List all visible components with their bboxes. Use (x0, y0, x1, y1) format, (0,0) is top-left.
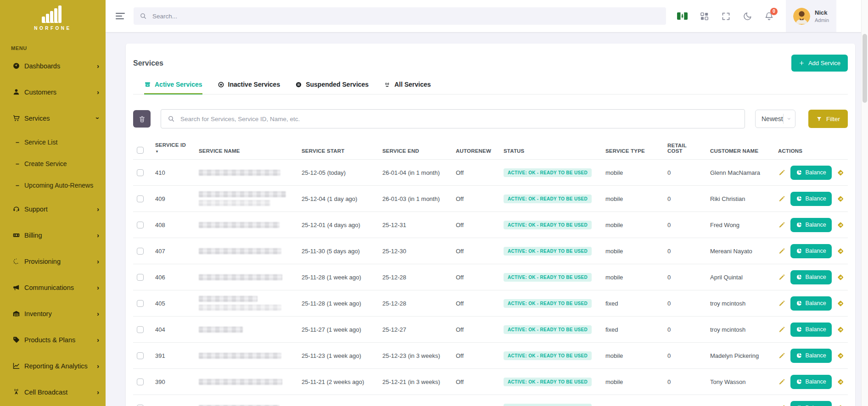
forward-service-button[interactable] (837, 168, 844, 177)
sidebar-item-services[interactable]: Services› (0, 105, 106, 131)
vertical-scrollbar[interactable] (861, 0, 868, 406)
column-header[interactable]: SERVICE START (298, 140, 379, 160)
forward-service-button[interactable] (837, 378, 844, 386)
sidebar-item-products-plans[interactable]: Products & Plans› (0, 327, 106, 353)
sidebar-item-dashboards[interactable]: Dashboards› (0, 53, 106, 79)
chevron-right-icon: › (97, 336, 99, 343)
row-checkbox[interactable] (137, 169, 144, 176)
balance-button[interactable]: Balance (790, 166, 831, 180)
global-search-input[interactable] (151, 12, 660, 20)
tab-inactive-services[interactable]: Inactive Services (218, 81, 280, 94)
global-search[interactable] (134, 7, 666, 25)
sidebar-item-support[interactable]: Support› (0, 196, 106, 222)
balance-button[interactable]: Balance (790, 401, 831, 406)
balance-button[interactable]: Balance (790, 323, 831, 337)
sidebar-item-inventory[interactable]: Inventory› (0, 300, 106, 327)
row-checkbox[interactable] (137, 195, 144, 202)
forward-service-button[interactable] (837, 247, 844, 256)
row-checkbox[interactable] (137, 378, 144, 385)
row-checkbox[interactable] (137, 274, 144, 281)
sidebar-item-customers[interactable]: Customers› (0, 79, 106, 105)
notifications-bell-icon[interactable]: 0 (764, 11, 774, 21)
services-search-input[interactable] (179, 115, 738, 123)
cell-status: ACTIVE: OK - READY TO BE USED (500, 212, 602, 238)
tab-suspended-services[interactable]: Suspended Services (295, 81, 369, 94)
forward-service-button[interactable] (837, 195, 844, 203)
balance-button[interactable]: Balance (790, 218, 831, 232)
forward-service-button[interactable] (837, 299, 844, 308)
edit-service-button[interactable] (778, 273, 785, 282)
cell-autorenew: Off (452, 395, 500, 406)
norfolk-flag-icon[interactable] (677, 12, 688, 20)
forward-service-button[interactable] (837, 273, 844, 282)
tab-active-services[interactable]: Active Services (144, 81, 202, 94)
row-checkbox[interactable] (137, 248, 144, 255)
sidebar: NORFONE MENU Dashboards›Customers›Servic… (0, 0, 106, 406)
sidebar-item-communications[interactable]: Communications› (0, 274, 106, 300)
balance-button[interactable]: Balance (790, 244, 831, 258)
sidebar-menu: Dashboards›Customers›Services›–Service L… (0, 53, 106, 405)
edit-service-button[interactable] (778, 325, 785, 334)
edit-service-button[interactable] (778, 351, 785, 360)
balance-button[interactable]: Balance (790, 270, 831, 284)
select-all-checkbox[interactable] (137, 147, 144, 154)
apps-grid-icon[interactable] (700, 11, 709, 21)
sidebar-item-cell-broadcast[interactable]: Cell Broadcast› (0, 379, 106, 405)
delete-selected-button[interactable] (133, 110, 151, 128)
forward-service-button[interactable] (837, 351, 844, 360)
sidebar-subitem-service-list[interactable]: –Service List (0, 131, 106, 153)
column-header[interactable]: SERVICE TYPE (602, 140, 664, 160)
sidebar-subitem-upcoming-auto-renews[interactable]: –Upcoming Auto-Renews (0, 174, 106, 196)
edit-service-button[interactable] (778, 195, 785, 203)
column-header[interactable]: STATUS (500, 140, 602, 160)
cell-autorenew: Off (452, 290, 500, 317)
edit-service-button[interactable] (778, 404, 785, 406)
column-header[interactable]: SERVICE END (379, 140, 452, 160)
balance-button[interactable]: Balance (790, 192, 831, 206)
filter-button[interactable]: Filter (808, 110, 848, 128)
sidebar-subitem-create-service[interactable]: –Create Service (0, 153, 106, 174)
edit-service-button[interactable] (778, 168, 785, 177)
edit-service-button[interactable] (778, 221, 785, 229)
column-header[interactable]: CUSTOMER NAME (706, 140, 774, 160)
cell-service-type: mobile (602, 395, 664, 406)
balance-button[interactable]: Balance (790, 296, 831, 311)
diamond-arrow-icon (837, 351, 844, 360)
column-header[interactable]: SERVICE ID▼ (151, 140, 195, 160)
user-menu[interactable]: Nick Admin (786, 0, 836, 32)
row-checkbox[interactable] (137, 222, 144, 228)
sidebar-item-reporting-analytics[interactable]: Reporting & Analytics› (0, 353, 106, 379)
forward-service-button[interactable] (837, 221, 844, 229)
tab-all-services[interactable]: All Services (384, 81, 431, 94)
dark-mode-moon-icon[interactable] (743, 11, 752, 21)
column-header[interactable]: SERVICE NAME (195, 140, 298, 160)
column-header[interactable]: AUTORENEW (452, 140, 500, 160)
forward-service-button[interactable] (837, 325, 844, 334)
cell-customer-name: troy mcintosh (706, 317, 774, 343)
sidebar-item-provisioning[interactable]: Provisioning› (0, 248, 106, 274)
balance-button[interactable]: Balance (790, 375, 831, 389)
row-checkbox[interactable] (137, 326, 144, 333)
edit-service-button[interactable] (778, 299, 785, 308)
row-checkbox[interactable] (137, 352, 144, 359)
add-service-label: Add Service (808, 60, 840, 67)
services-search[interactable] (161, 109, 745, 128)
column-header[interactable]: ACTIONS (774, 140, 848, 160)
chevron-right-icon: › (97, 232, 99, 239)
add-service-button[interactable]: Add Service (791, 55, 848, 72)
edit-service-button[interactable] (778, 378, 785, 386)
column-header[interactable]: RETAIL COST (664, 140, 706, 160)
hamburger-menu-icon[interactable] (116, 11, 125, 21)
sidebar-item-billing[interactable]: Billing› (0, 222, 106, 248)
sort-select[interactable]: Newest (755, 110, 795, 128)
column-header-label: RETAIL COST (667, 143, 687, 154)
forward-service-button[interactable] (837, 404, 844, 406)
edit-service-button[interactable] (778, 247, 785, 256)
scrollbar-thumb[interactable] (862, 34, 867, 103)
cell-checkbox (133, 395, 151, 406)
diamond-arrow-icon (837, 221, 844, 229)
balance-button[interactable]: Balance (790, 349, 831, 363)
row-checkbox[interactable] (137, 300, 144, 307)
fullscreen-icon[interactable] (721, 11, 731, 21)
cell-service-start: 25-11-20 (2 weeks ago) (298, 395, 379, 406)
